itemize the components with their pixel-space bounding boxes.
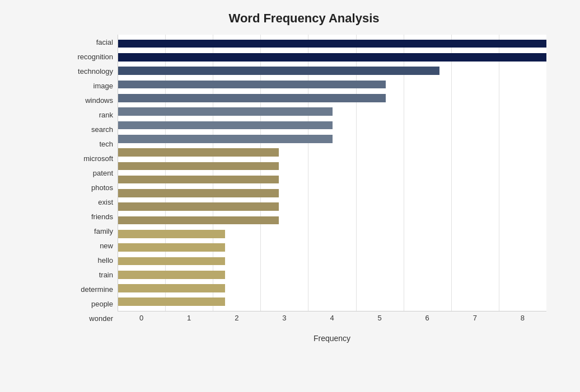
bar-row xyxy=(118,132,546,145)
x-tick: 6 xyxy=(404,313,451,329)
bar-row xyxy=(118,78,546,91)
bar-row xyxy=(118,37,546,50)
bar-row xyxy=(118,186,546,200)
y-label: new xyxy=(100,242,113,249)
x-tick-label: 8 xyxy=(521,314,525,322)
bar xyxy=(118,284,225,292)
y-label: image xyxy=(93,82,113,89)
x-tick-label: 7 xyxy=(473,314,477,322)
chart-wrapper: facialrecognitiontechnologyimagewindowsr… xyxy=(62,35,546,343)
y-label: technology xyxy=(78,68,113,75)
x-axis-title: Frequency xyxy=(118,334,546,343)
bars-wrapper xyxy=(118,35,546,311)
bar xyxy=(118,148,279,157)
y-label: patent xyxy=(93,169,113,177)
x-tick: 8 xyxy=(499,313,546,329)
x-axis: 012345678 xyxy=(118,313,546,329)
bar-row xyxy=(118,119,546,132)
y-label: tech xyxy=(99,140,113,148)
y-label: people xyxy=(91,300,113,308)
bar-row xyxy=(118,50,546,64)
bar xyxy=(118,176,279,184)
x-tick-label: 0 xyxy=(139,314,143,322)
x-tick-label: 1 xyxy=(187,314,191,322)
x-tick-label: 2 xyxy=(235,314,238,322)
bar-row xyxy=(118,159,546,173)
bar xyxy=(118,243,225,252)
y-label: recognition xyxy=(77,53,113,60)
bar-row xyxy=(118,200,546,214)
bar-row xyxy=(118,105,546,118)
bar xyxy=(118,230,225,238)
bar-row xyxy=(118,64,546,78)
y-label: wonder xyxy=(89,315,113,322)
bar xyxy=(118,257,225,266)
x-tick: 1 xyxy=(165,313,213,329)
bar-row xyxy=(118,173,546,186)
bar xyxy=(118,67,439,75)
x-tick: 7 xyxy=(451,313,499,329)
y-label: rank xyxy=(99,111,113,119)
bar-row xyxy=(118,91,546,105)
y-label: facial xyxy=(96,39,113,46)
bar xyxy=(118,53,546,62)
x-tick: 0 xyxy=(118,313,165,329)
x-tick: 2 xyxy=(213,313,260,329)
x-tick: 3 xyxy=(260,313,308,329)
right-section: 012345678 Frequency xyxy=(118,35,546,343)
y-label: family xyxy=(94,228,113,235)
y-label: microsoft xyxy=(83,155,113,162)
bar-row xyxy=(118,145,546,159)
x-tick: 4 xyxy=(308,313,356,329)
y-label: photos xyxy=(91,184,113,191)
bar xyxy=(118,121,333,130)
bar xyxy=(118,94,386,102)
chart-container: Word Frequency Analysis facialrecognitio… xyxy=(0,0,580,392)
y-label: exist xyxy=(98,199,113,206)
bar-row xyxy=(118,254,546,268)
y-label: train xyxy=(99,271,113,278)
bar-row xyxy=(118,227,546,240)
bar xyxy=(118,189,279,197)
y-axis-labels: facialrecognitiontechnologyimagewindowsr… xyxy=(62,35,118,343)
bars-area xyxy=(118,35,546,311)
bar xyxy=(118,297,225,306)
x-tick-label: 6 xyxy=(425,314,429,322)
bar xyxy=(118,216,279,225)
bar xyxy=(118,202,279,211)
bar-row xyxy=(118,214,546,227)
y-label: determine xyxy=(81,286,113,293)
bar xyxy=(118,135,333,143)
bar-row xyxy=(118,295,546,309)
x-tick-label: 3 xyxy=(282,314,286,322)
bar xyxy=(118,271,225,279)
bar xyxy=(118,40,546,48)
bar-row xyxy=(118,268,546,281)
bar xyxy=(118,81,386,89)
y-label: friends xyxy=(91,213,113,220)
bar xyxy=(118,162,279,171)
bar-row xyxy=(118,281,546,295)
bar-row xyxy=(118,240,546,254)
y-label: search xyxy=(91,126,113,133)
y-label: windows xyxy=(85,97,113,104)
x-tick-label: 4 xyxy=(330,314,334,322)
x-tick: 5 xyxy=(356,313,404,329)
y-label: hello xyxy=(98,257,113,264)
bar xyxy=(118,107,333,116)
x-tick-label: 5 xyxy=(377,314,381,322)
chart-title: Word Frequency Analysis xyxy=(62,11,546,26)
